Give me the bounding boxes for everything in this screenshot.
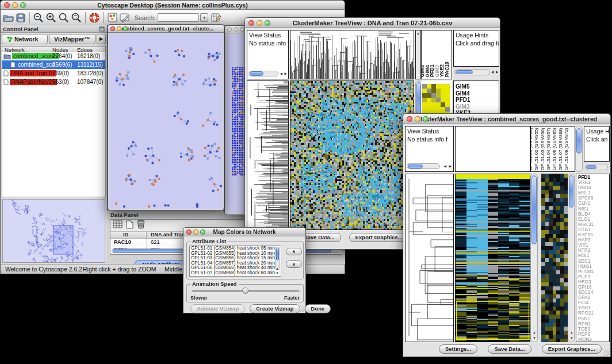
tv2-zoom-heatmap[interactable]: [541, 174, 568, 342]
tv2-top-vscrollbar[interactable]: [575, 126, 583, 172]
new-document-icon[interactable]: [126, 220, 133, 231]
save-data-button[interactable]: Save Data...: [488, 344, 531, 354]
network-canvas[interactable]: [109, 33, 223, 209]
network-overview-canvas[interactable]: [3, 200, 105, 262]
gene-label[interactable]: HAP3: [578, 237, 609, 243]
gene-label[interactable]: YSH1: [578, 305, 609, 311]
search-dropdown-button[interactable]: ▼: [200, 13, 208, 22]
resize-grip[interactable]: [603, 350, 610, 356]
vizmapper-icon[interactable]: [106, 12, 118, 24]
zoom-button[interactable]: [265, 20, 270, 26]
tab-overflow-button[interactable]: ▶: [97, 34, 106, 44]
minimize-button[interactable]: [193, 229, 198, 235]
gene-label[interactable]: SEC24: [578, 290, 609, 295]
gene-label[interactable]: MSL1: [578, 190, 609, 196]
gene-label[interactable]: NIS1: [578, 206, 609, 212]
gene-label[interactable]: PAN1: [578, 316, 609, 321]
gene-label[interactable]: CLN1: [578, 201, 609, 206]
zoom-out-icon[interactable]: [32, 12, 45, 24]
gene-label[interactable]: PUF3: [578, 274, 609, 279]
minimize-button[interactable]: [234, 27, 238, 32]
move-down-button[interactable]: ∨: [286, 260, 302, 268]
gene-label[interactable]: RPN1: [578, 321, 609, 327]
gene-label[interactable]: TCB3: [578, 327, 609, 332]
data-col-id[interactable]: ID: [123, 232, 128, 237]
treeview2-titlebar[interactable]: ClusterMaker TreeView : combined_scores_…: [403, 114, 610, 124]
zoom-button[interactable]: [200, 229, 205, 235]
gene-label[interactable]: SEC1: [578, 259, 609, 264]
close-button[interactable]: [248, 20, 254, 26]
gene-label[interactable]: HRD3: [578, 279, 609, 285]
gene-label[interactable]: GIM4: [456, 90, 499, 97]
zoom-button[interactable]: [20, 2, 26, 8]
export-graphics-button[interactable]: Export Graphics...: [349, 233, 409, 242]
tab-network[interactable]: Network: [2, 34, 48, 44]
tv2-heatmap[interactable]: [455, 174, 530, 342]
float-panel-icon[interactable]: [99, 24, 105, 34]
main-titlebar[interactable]: Cytoscape Desktop (Session Name: collins…: [1, 1, 345, 10]
minimize-button[interactable]: [12, 2, 18, 8]
zoom-selected-icon[interactable]: [70, 12, 83, 24]
tv2-usage-scrollbar[interactable]: [585, 164, 608, 170]
trash-icon[interactable]: [137, 220, 145, 231]
tv1-usage-scrollbar[interactable]: [454, 69, 490, 75]
gene-label[interactable]: FIG4: [578, 300, 609, 305]
zoom-button[interactable]: [423, 116, 429, 122]
gene-label[interactable]: NTR2: [578, 248, 609, 253]
close-button[interactable]: [407, 116, 412, 122]
gene-label[interactable]: VIP1: [578, 243, 609, 248]
save-icon[interactable]: [14, 12, 27, 24]
dialog-titlebar[interactable]: Map Colors to Network: [183, 228, 305, 236]
settings-button[interactable]: Settings...: [439, 344, 477, 354]
open-folder-icon[interactable]: [2, 12, 14, 24]
minimize-button[interactable]: [415, 116, 420, 122]
zoom-button[interactable]: [123, 26, 128, 31]
gene-label[interactable]: PFD1: [456, 97, 499, 104]
gene-label[interactable]: PFD1: [578, 175, 609, 180]
scroll-right-icon[interactable]: ▶: [284, 72, 287, 76]
network-tree-row[interactable]: combined_scores2764(0)16218(0): [2, 52, 105, 60]
tv1-status-scrollbar[interactable]: [248, 71, 278, 76]
tv2-zoom-vscrollbar[interactable]: ▲ ▼: [568, 174, 575, 342]
done-button[interactable]: Done: [305, 304, 331, 313]
scroll-up-icon[interactable]: ▲: [533, 331, 536, 335]
gene-label[interactable]: PEP5: [578, 332, 609, 337]
animate-vizmap-button[interactable]: Animate Vizmap: [190, 304, 245, 313]
create-vizmap-button[interactable]: Create Vizmap: [250, 304, 300, 313]
tv2-status-scrollbar[interactable]: [407, 163, 440, 169]
export-graphics-button[interactable]: Export Graphics...: [542, 344, 602, 354]
gene-label[interactable]: HMG1: [578, 264, 609, 269]
zoom-in-icon[interactable]: [45, 12, 58, 24]
tv1-row-dendrogram[interactable]: [247, 81, 289, 230]
close-button[interactable]: [4, 2, 10, 8]
scroll-right-icon[interactable]: ▶: [496, 70, 499, 74]
scroll-right-icon[interactable]: ▶: [449, 164, 452, 168]
gene-label[interactable]: MSI1: [578, 253, 609, 258]
gene-label[interactable]: MON2: [578, 337, 609, 342]
gene-label[interactable]: CPA2: [578, 295, 609, 300]
speed-slider-thumb[interactable]: [242, 288, 248, 294]
scroll-left-icon[interactable]: ◀: [491, 70, 494, 74]
close-button[interactable]: [227, 27, 232, 32]
gene-label[interactable]: MAK31: [578, 222, 609, 227]
gene-label[interactable]: RNR4: [578, 185, 609, 190]
attribute-list-item[interactable]: GPL51-07 (GSM868) heat shock 60 min: [190, 271, 281, 276]
gene-label[interactable]: BUD4: [578, 212, 609, 217]
scroll-up-icon[interactable]: ▲: [416, 32, 420, 36]
gene-label[interactable]: GPI16: [578, 285, 609, 290]
scroll-left-icon[interactable]: ◀: [443, 164, 446, 168]
gene-label[interactable]: GIM5: [456, 83, 499, 90]
minimize-button[interactable]: [257, 20, 262, 26]
close-button[interactable]: [110, 26, 115, 31]
scroll-up-icon[interactable]: ▲: [570, 331, 573, 335]
gene-label[interactable]: ELG1: [578, 217, 609, 222]
annotation-icon[interactable]: [118, 12, 131, 24]
gene-label[interactable]: RPO21: [578, 311, 609, 316]
resize-grip[interactable]: [299, 306, 305, 312]
gene-label[interactable]: KAP95: [578, 232, 609, 237]
network-tree-row[interactable]: combined_sco2569(6)13112(15): [2, 60, 105, 69]
scroll-down-icon[interactable]: ▼: [570, 336, 573, 340]
scroll-left-icon[interactable]: ◀: [280, 72, 282, 76]
attribute-editor-icon[interactable]: [210, 12, 223, 24]
tv2-row-dendrogram[interactable]: [405, 174, 454, 342]
